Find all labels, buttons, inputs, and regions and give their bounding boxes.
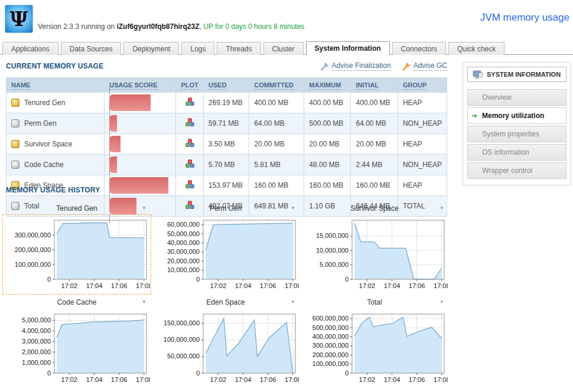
group-value: HEAP — [398, 134, 447, 155]
svg-text:17:04: 17:04 — [384, 282, 401, 289]
chart-plot-area[interactable]: 0100,000,000200,000,000300,000,000400,00… — [300, 308, 449, 388]
memory-pool-gold-icon — [11, 140, 19, 148]
column-header-group[interactable]: GROUP — [398, 78, 447, 93]
psi-probe-logo-icon: Ψ — [5, 5, 33, 33]
svg-text:17:06: 17:06 — [111, 376, 128, 383]
memory-chart-svg: 050,000,000100,000,000150,000,00017:0217… — [152, 311, 299, 384]
committed-value: 400.00 MB — [249, 93, 304, 113]
tab-logs[interactable]: Logs — [181, 42, 214, 55]
chart-title: Eden Space — [206, 298, 245, 306]
column-header-maximum[interactable]: MAXIMUM — [304, 78, 351, 93]
memory-pool-gold-icon — [11, 99, 19, 107]
svg-text:0: 0 — [196, 276, 200, 283]
chart-plot-area[interactable]: 05,000,00010,000,00015,000,00017:0217:04… — [300, 214, 449, 295]
chart-plot-area[interactable]: 01,000,0002,000,0003,000,0004,000,0005,0… — [2, 308, 151, 388]
chart-plot-area[interactable]: 0100,000,000200,000,000300,000,00017:021… — [2, 214, 151, 295]
plot-button[interactable] — [185, 182, 194, 191]
tab-applications[interactable]: Applications — [2, 42, 58, 55]
advise-gc-link[interactable]: Advise GC — [402, 61, 447, 71]
svg-text:5,000,000: 5,000,000 — [320, 261, 349, 268]
column-header-name[interactable]: NAME — [6, 78, 105, 93]
column-header-used[interactable]: USED — [203, 78, 249, 93]
sidebar-item-system-properties[interactable]: System properties — [467, 126, 567, 142]
tab-threads[interactable]: Threads — [217, 42, 261, 55]
wrench-icon — [320, 62, 329, 71]
chart-dropdown-icon[interactable]: ▾ — [440, 299, 443, 305]
used-value: 5.70 MB — [203, 155, 249, 175]
sidebar-item-os-information[interactable]: OS information — [467, 144, 567, 161]
tab-quick-check[interactable]: Quick check — [448, 42, 504, 55]
chart-title: Tenured Gen — [56, 204, 97, 213]
used-value: 269.19 MB — [203, 93, 249, 113]
separator: , — [199, 22, 201, 31]
chart-dropdown-icon[interactable]: ▾ — [291, 299, 294, 305]
column-header-initial[interactable]: INITIAL — [351, 78, 398, 93]
sidebar-item-memory-utilization[interactable]: ➔Memory utilization — [467, 107, 567, 124]
svg-text:50,000,000: 50,000,000 — [167, 352, 200, 360]
table-row: Code Cache 5.70 MB 5.81 MB 48.00 MB 2.44… — [6, 155, 447, 175]
memory-table: NAMEUSAGE SCOREPLOTUSEDCOMMITTEDMAXIMUMI… — [6, 77, 447, 217]
column-header-committed[interactable]: COMMITTED — [249, 78, 304, 93]
memory-chart-svg: 0100,000,000200,000,000300,000,00017:021… — [4, 217, 150, 290]
plot-cubes-icon — [185, 118, 194, 127]
tab-connectors[interactable]: Connectors — [392, 42, 446, 55]
chart-dropdown-icon[interactable]: ▾ — [291, 205, 294, 211]
plot-button[interactable] — [185, 162, 194, 170]
chart-dropdown-icon[interactable]: ▾ — [142, 205, 145, 211]
group-value: NON_HEAP — [398, 155, 447, 175]
chart-dropdown-icon[interactable]: ▾ — [142, 299, 145, 305]
svg-text:100,000,000: 100,000,000 — [15, 261, 51, 268]
svg-text:0: 0 — [345, 370, 349, 377]
memory-pool-name: Tenured Gen — [24, 99, 65, 107]
group-value: NON_HEAP — [398, 113, 447, 134]
plot-cubes-icon — [185, 180, 194, 189]
svg-text:50,000,000: 50,000,000 — [167, 230, 200, 237]
tab-cluster[interactable]: Cluster — [263, 42, 304, 55]
svg-text:20,000,000: 20,000,000 — [167, 257, 200, 264]
chart-perm-gen: Perm Gen ▾ 010,000,00020,000,00030,000,0… — [151, 204, 300, 295]
committed-value: 64.00 MB — [249, 113, 304, 134]
table-row: Survivor Space 3.50 MB 20.00 MB 20.00 MB… — [6, 134, 447, 155]
advise-finalization-link[interactable]: Advise Finalization — [320, 61, 391, 71]
svg-text:17:08: 17:08 — [285, 282, 299, 289]
plot-button[interactable] — [185, 120, 194, 129]
plot-button[interactable] — [185, 100, 194, 108]
tab-deployment[interactable]: Deployment — [123, 42, 179, 55]
tab-data-sources[interactable]: Data Sources — [61, 42, 122, 55]
svg-text:5,000,000: 5,000,000 — [22, 316, 51, 324]
chart-survivor-space: Survivor Space ▾ 05,000,00010,000,00015,… — [300, 204, 449, 295]
table-row: Tenured Gen 269.19 MB 400.00 MB 400.00 M… — [6, 93, 447, 113]
plot-button[interactable] — [185, 141, 194, 149]
memory-pool-gray-icon — [11, 119, 19, 128]
svg-text:200,000,000: 200,000,000 — [15, 246, 51, 253]
chart-plot-area[interactable]: 050,000,000100,000,000150,000,00017:0217… — [151, 308, 300, 388]
plot-cubes-icon — [185, 159, 194, 168]
used-value: 3.50 MB — [203, 134, 249, 155]
tab-bar: ApplicationsData SourcesDeploymentLogsTh… — [0, 41, 573, 55]
svg-text:300,000,000: 300,000,000 — [15, 231, 51, 239]
svg-text:17:08: 17:08 — [434, 376, 448, 383]
chart-dropdown-icon[interactable]: ▾ — [440, 205, 443, 211]
svg-text:17:02: 17:02 — [359, 282, 376, 289]
maximum-value: 500.00 MB — [304, 113, 351, 134]
svg-text:10,000,000: 10,000,000 — [167, 266, 200, 273]
memory-history-charts: Tenured Gen ▾ 0100,000,000200,000,000300… — [2, 204, 449, 388]
initial-value: 2.44 MB — [351, 155, 398, 175]
sidebar-item-wrapper-control[interactable]: Wrapper control — [467, 162, 567, 179]
svg-text:500,000,000: 500,000,000 — [312, 324, 349, 331]
chart-plot-area[interactable]: 010,000,00020,000,00030,000,00040,000,00… — [151, 214, 300, 295]
svg-text:100,000,000: 100,000,000 — [312, 360, 349, 367]
advise-link-label: Advise Finalization — [332, 61, 391, 71]
memory-usage-history-heading: MEMORY USAGE HISTORY — [6, 186, 100, 194]
sidebar-item-overview[interactable]: Overview — [467, 89, 567, 106]
sidebar-title: SYSTEM INFORMATION — [487, 71, 561, 78]
memory-chart-svg: 05,000,00010,000,00015,000,00017:0217:04… — [301, 217, 448, 290]
sidebar-item-label: OS information — [482, 148, 529, 156]
svg-text:100,000,000: 100,000,000 — [164, 336, 200, 343]
column-header-plot[interactable]: PLOT — [176, 78, 203, 93]
svg-text:0: 0 — [196, 370, 200, 377]
committed-value: 20.00 MB — [249, 134, 304, 155]
svg-text:0: 0 — [345, 276, 349, 283]
column-header-usage-score[interactable]: USAGE SCORE — [105, 78, 176, 93]
tab-system-information[interactable]: System Information — [306, 41, 390, 55]
